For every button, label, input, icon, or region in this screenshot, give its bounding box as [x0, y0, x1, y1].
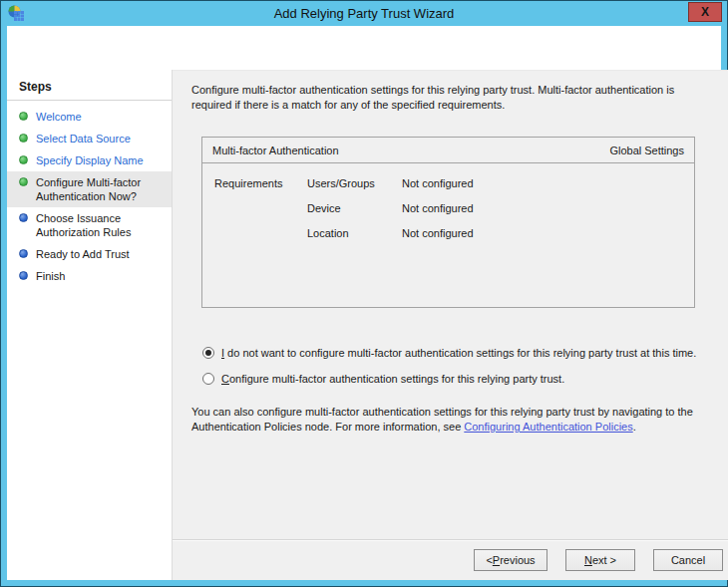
- requirement-value: Not configured: [402, 226, 694, 240]
- radio-option-configure-mfa[interactable]: Configure multi-factor authentication se…: [201, 372, 717, 386]
- previous-label-rest: revious: [500, 554, 535, 566]
- requirements-group-label: Requirements: [214, 176, 307, 190]
- wizard-header-band: [7, 26, 721, 70]
- step-item-welcome[interactable]: Welcome: [7, 106, 172, 128]
- radio-label-rest: onfigure multi-factor authentication set…: [229, 373, 564, 385]
- titlebar: Add Relying Party Trust Wizard X: [1, 1, 727, 26]
- window-title: Add Relying Party Trust Wizard: [274, 6, 455, 21]
- steps-panel: Steps Welcome Select Data Source: [7, 70, 173, 580]
- radio-option-skip-mfa[interactable]: I do not want to configure multi-factor …: [201, 346, 717, 360]
- table-header-multi-factor-authentication: Multi-factor Authentication: [212, 145, 339, 156]
- mfa-table-row-device: Device Not configured: [214, 201, 694, 215]
- step-label: Choose Issuance Authorization Rules: [36, 211, 166, 239]
- previous-accelerator-letter: P: [493, 554, 500, 566]
- next-accelerator-letter: N: [584, 554, 592, 566]
- mfa-table-row-location: Location Not configured: [214, 226, 694, 240]
- intro-text: Configure multi-factor authentication se…: [191, 83, 709, 113]
- radio-accelerator-letter: C: [221, 373, 229, 385]
- wizard-window: Add Relying Party Trust Wizard X Steps W…: [0, 0, 728, 587]
- step-label: Finish: [36, 269, 65, 283]
- requirement-name: Device: [307, 201, 402, 215]
- radio-button-icon: [202, 347, 214, 359]
- next-button[interactable]: Next >: [565, 549, 635, 571]
- mfa-table-body: Requirements Users/Groups Not configured…: [202, 163, 694, 240]
- step-item-finish: Finish: [7, 265, 172, 287]
- window-body: Steps Welcome Select Data Source: [7, 26, 721, 580]
- radio-button-icon: [202, 373, 214, 385]
- radio-label-rest: do not want to configure multi-factor au…: [224, 347, 696, 359]
- previous-button[interactable]: < Previous: [474, 549, 547, 571]
- content-pane: Configure multi-factor authentication se…: [173, 70, 728, 580]
- table-header-global-settings: Global Settings: [609, 145, 684, 156]
- step-label: Configure Multi-factor Authentication No…: [36, 175, 166, 203]
- configuring-authentication-policies-link[interactable]: Configuring Authentication Policies: [464, 421, 632, 433]
- steps-list: Welcome Select Data Source Specify Displ…: [7, 106, 172, 287]
- cancel-label: Cancel: [671, 554, 705, 566]
- mfa-choice-radio-group: I do not want to configure multi-factor …: [201, 346, 717, 386]
- radio-option-label: Configure multi-factor authentication se…: [221, 372, 564, 386]
- steps-header: Steps: [7, 78, 172, 101]
- step-status-dot-icon: [19, 177, 28, 186]
- mfa-table-header: Multi-factor Authentication Global Setti…: [202, 138, 694, 163]
- requirement-name: Users/Groups: [307, 176, 402, 190]
- requirement-value: Not configured: [402, 201, 694, 215]
- step-status-dot-icon: [19, 249, 28, 258]
- close-x-icon: X: [701, 5, 709, 19]
- step-label: Select Data Source: [36, 132, 131, 146]
- step-item-ready-to-add-trust: Ready to Add Trust: [7, 243, 172, 265]
- step-status-dot-icon: [19, 213, 28, 222]
- requirements-group-label: [214, 201, 307, 215]
- requirement-name: Location: [307, 226, 402, 240]
- cancel-button[interactable]: Cancel: [653, 549, 723, 571]
- close-button[interactable]: X: [688, 2, 722, 22]
- step-status-dot-icon: [19, 112, 28, 121]
- wizard-main: Steps Welcome Select Data Source: [7, 70, 721, 580]
- footnote-after-link: .: [633, 421, 636, 433]
- step-item-specify-display-name[interactable]: Specify Display Name: [7, 149, 172, 171]
- radio-option-label: I do not want to configure multi-factor …: [221, 346, 696, 360]
- step-item-choose-issuance-authorization-rules: Choose Issuance Authorization Rules: [7, 207, 172, 243]
- requirements-group-label: [214, 226, 307, 240]
- step-label: Ready to Add Trust: [36, 247, 130, 261]
- requirement-value: Not configured: [402, 176, 694, 190]
- next-label-rest: ext >: [592, 554, 616, 566]
- mfa-settings-table: Multi-factor Authentication Global Setti…: [201, 137, 695, 308]
- adfs-globe-icon: [8, 5, 24, 21]
- step-label: Welcome: [36, 110, 82, 124]
- step-item-select-data-source[interactable]: Select Data Source: [7, 128, 172, 149]
- footer-bar: < Previous Next > Cancel: [173, 539, 728, 580]
- mfa-table-row-users-groups: Requirements Users/Groups Not configured: [214, 176, 694, 190]
- step-status-dot-icon: [19, 155, 28, 164]
- step-status-dot-icon: [19, 271, 28, 280]
- step-label: Specify Display Name: [36, 153, 144, 167]
- step-status-dot-icon: [19, 134, 28, 143]
- footnote-text: You can also configure multi-factor auth…: [191, 405, 717, 435]
- step-item-configure-multi-factor-authentication-now[interactable]: Configure Multi-factor Authentication No…: [7, 171, 172, 207]
